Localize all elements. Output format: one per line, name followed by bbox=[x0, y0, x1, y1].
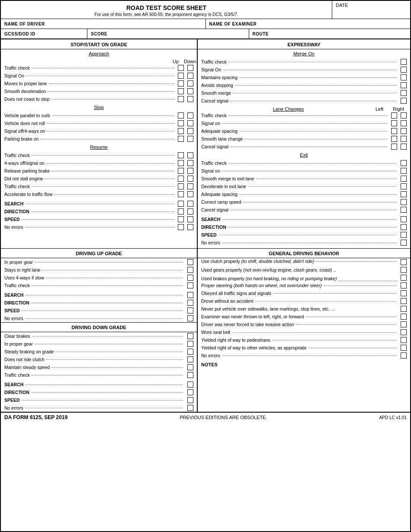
checkbox-down[interactable] bbox=[187, 168, 193, 174]
checkbox[interactable] bbox=[401, 298, 407, 304]
checkbox[interactable] bbox=[401, 321, 407, 327]
checkbox-down[interactable] bbox=[187, 128, 193, 134]
checkbox[interactable] bbox=[187, 315, 193, 321]
checkbox-right[interactable] bbox=[401, 144, 407, 150]
checkbox-up[interactable] bbox=[178, 191, 184, 197]
checkbox-down[interactable] bbox=[187, 191, 193, 197]
checkbox-right[interactable] bbox=[401, 128, 407, 134]
checkbox-up[interactable] bbox=[178, 96, 184, 102]
checkbox[interactable] bbox=[187, 364, 193, 370]
checkbox[interactable] bbox=[401, 168, 407, 174]
checkbox[interactable] bbox=[401, 90, 407, 96]
checkbox[interactable] bbox=[401, 314, 407, 320]
checkbox-down[interactable] bbox=[187, 136, 193, 142]
list-item: Signal on bbox=[198, 167, 410, 175]
checkbox[interactable] bbox=[187, 405, 193, 411]
checkbox[interactable] bbox=[401, 232, 407, 238]
checkbox[interactable] bbox=[187, 300, 193, 306]
checkbox[interactable] bbox=[187, 372, 193, 378]
checkbox-down[interactable] bbox=[187, 96, 193, 102]
checkbox[interactable] bbox=[401, 267, 407, 273]
checkbox-left[interactable] bbox=[391, 136, 397, 142]
checkbox-down[interactable] bbox=[187, 201, 193, 207]
checkbox[interactable] bbox=[401, 67, 407, 73]
checkbox[interactable] bbox=[401, 59, 407, 65]
checkbox[interactable] bbox=[401, 282, 407, 288]
checkbox[interactable] bbox=[401, 353, 407, 359]
checkbox[interactable] bbox=[401, 290, 407, 296]
checkbox-left[interactable] bbox=[391, 120, 397, 126]
checkbox-up[interactable] bbox=[178, 80, 184, 87]
checkbox[interactable] bbox=[187, 349, 193, 355]
lane-change-items: Traffic check Signal on Adequate spacing… bbox=[198, 112, 410, 151]
checkbox[interactable] bbox=[401, 240, 407, 246]
checkbox-down[interactable] bbox=[187, 183, 193, 189]
checkbox[interactable] bbox=[187, 341, 193, 347]
checkbox[interactable] bbox=[401, 160, 407, 166]
checkbox-up[interactable] bbox=[178, 168, 184, 174]
checkbox-down[interactable] bbox=[187, 208, 193, 215]
checkbox-up[interactable] bbox=[178, 176, 184, 182]
checkbox-down[interactable] bbox=[187, 88, 193, 94]
checkbox-left[interactable] bbox=[391, 128, 397, 134]
checkbox[interactable] bbox=[187, 397, 193, 403]
checkbox[interactable] bbox=[187, 282, 193, 288]
checkbox[interactable] bbox=[187, 381, 193, 388]
checkbox[interactable] bbox=[401, 306, 407, 312]
checkbox[interactable] bbox=[187, 308, 193, 314]
checkbox[interactable] bbox=[187, 267, 193, 273]
checkbox[interactable] bbox=[187, 292, 193, 298]
checkbox[interactable] bbox=[401, 82, 407, 88]
checkbox-down[interactable] bbox=[187, 160, 193, 166]
date-label: DATE bbox=[336, 3, 348, 8]
checkbox-up[interactable] bbox=[178, 65, 184, 71]
checkbox[interactable] bbox=[401, 191, 407, 197]
checkbox[interactable] bbox=[401, 74, 407, 80]
checkbox[interactable] bbox=[401, 176, 407, 182]
checkbox-right[interactable] bbox=[401, 112, 407, 119]
stop-start-header: STOP/START ON GRADE bbox=[1, 39, 197, 49]
checkbox[interactable] bbox=[187, 259, 193, 265]
checkbox[interactable] bbox=[187, 333, 193, 339]
checkbox-up[interactable] bbox=[178, 128, 184, 134]
checkbox-up[interactable] bbox=[178, 208, 184, 215]
checkbox-down[interactable] bbox=[187, 152, 193, 158]
checkbox-up[interactable] bbox=[178, 73, 184, 79]
checkbox[interactable] bbox=[187, 275, 193, 281]
checkbox-down[interactable] bbox=[187, 112, 193, 119]
checkbox-up[interactable] bbox=[178, 216, 184, 222]
checkbox-up[interactable] bbox=[178, 136, 184, 142]
checkbox-down[interactable] bbox=[187, 224, 193, 230]
checkbox[interactable] bbox=[401, 224, 407, 230]
checkbox[interactable] bbox=[401, 275, 407, 281]
checkbox[interactable] bbox=[401, 183, 407, 189]
checkbox[interactable] bbox=[401, 329, 407, 335]
checkbox[interactable] bbox=[401, 259, 407, 265]
checkbox-down[interactable] bbox=[187, 120, 193, 126]
checkbox[interactable] bbox=[401, 98, 407, 104]
checkbox-up[interactable] bbox=[178, 201, 184, 207]
checkbox[interactable] bbox=[187, 356, 193, 362]
checkbox-up[interactable] bbox=[178, 160, 184, 166]
checkbox[interactable] bbox=[401, 337, 407, 343]
checkbox-up[interactable] bbox=[178, 224, 184, 230]
checkbox-right[interactable] bbox=[401, 120, 407, 126]
checkbox[interactable] bbox=[401, 345, 407, 351]
checkbox[interactable] bbox=[187, 389, 193, 395]
checkbox[interactable] bbox=[401, 207, 407, 213]
checkbox-down[interactable] bbox=[187, 65, 193, 71]
checkbox-down[interactable] bbox=[187, 176, 193, 182]
checkbox-down[interactable] bbox=[187, 80, 193, 87]
checkbox-right[interactable] bbox=[401, 136, 407, 142]
checkbox-down[interactable] bbox=[187, 216, 193, 222]
checkbox-up[interactable] bbox=[178, 152, 184, 158]
checkbox-up[interactable] bbox=[178, 183, 184, 189]
checkbox[interactable] bbox=[401, 216, 407, 222]
checkbox-left[interactable] bbox=[391, 112, 397, 119]
checkbox-up[interactable] bbox=[178, 112, 184, 119]
checkbox[interactable] bbox=[401, 199, 407, 205]
checkbox-left[interactable] bbox=[391, 144, 397, 150]
checkbox-up[interactable] bbox=[178, 120, 184, 126]
checkbox-up[interactable] bbox=[178, 88, 184, 94]
checkbox-down[interactable] bbox=[187, 73, 193, 79]
